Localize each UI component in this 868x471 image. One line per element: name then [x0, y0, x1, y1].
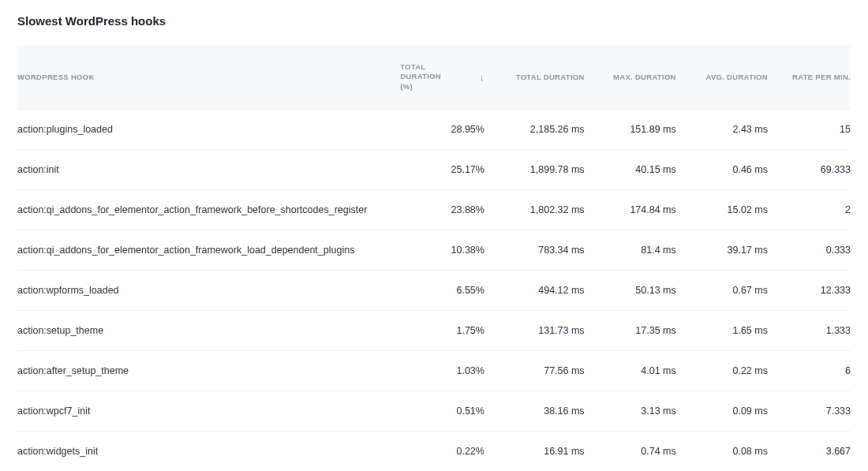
cell-max-duration: 81.4 ms	[593, 230, 684, 271]
cell-total-pct: 23.88%	[392, 190, 492, 230]
table-row[interactable]: action:init25.17%1,899.78 ms40.15 ms0.46…	[17, 150, 851, 190]
cell-max-duration: 3.13 ms	[593, 391, 684, 432]
cell-max-duration: 174.84 ms	[593, 190, 684, 230]
cell-total-pct: 0.51%	[392, 391, 492, 432]
cell-hook: action:wpforms_loaded	[17, 271, 392, 311]
col-header-hook[interactable]: WORDPRESS HOOK	[17, 45, 392, 110]
cell-total-duration: 1,899.78 ms	[492, 150, 593, 190]
cell-rate-per-min: 2	[776, 190, 851, 230]
cell-total-duration: 783.34 ms	[492, 230, 593, 271]
cell-hook: action:setup_theme	[17, 311, 392, 351]
cell-hook: action:plugins_loaded	[17, 110, 392, 150]
cell-rate-per-min: 69.333	[776, 150, 851, 190]
cell-total-pct: 6.55%	[392, 271, 492, 311]
cell-rate-per-min: 3.667	[776, 432, 851, 471]
table-row[interactable]: action:after_setup_theme1.03%77.56 ms4.0…	[17, 351, 851, 391]
cell-max-duration: 0.74 ms	[593, 432, 684, 471]
cell-rate-per-min: 12.333	[776, 271, 851, 311]
cell-max-duration: 151.89 ms	[593, 110, 684, 150]
cell-total-pct: 1.75%	[392, 311, 492, 351]
table-row[interactable]: action:qi_addons_for_elementor_action_fr…	[17, 190, 851, 230]
table-row[interactable]: action:widgets_init0.22%16.91 ms0.74 ms0…	[17, 432, 851, 471]
cell-max-duration: 40.15 ms	[593, 150, 684, 190]
table-row[interactable]: action:setup_theme1.75%131.73 ms17.35 ms…	[17, 311, 851, 351]
cell-hook: action:widgets_init	[17, 432, 392, 471]
cell-avg-duration: 1.65 ms	[684, 311, 776, 351]
cell-avg-duration: 0.09 ms	[684, 391, 776, 432]
cell-hook: action:qi_addons_for_elementor_action_fr…	[17, 230, 392, 271]
col-header-avg-duration[interactable]: AVG. DURATION	[684, 45, 776, 110]
cell-total-duration: 131.73 ms	[492, 311, 593, 351]
cell-total-duration: 77.56 ms	[492, 351, 593, 391]
table-row[interactable]: action:qi_addons_for_elementor_action_fr…	[17, 230, 851, 271]
cell-max-duration: 50.13 ms	[593, 271, 684, 311]
cell-total-pct: 10.38%	[392, 230, 492, 271]
col-header-total-duration[interactable]: TOTAL DURATION	[492, 45, 593, 110]
col-header-total-pct-line2: (%)	[400, 82, 464, 92]
table-row[interactable]: action:plugins_loaded28.95%2,185.26 ms15…	[17, 110, 851, 150]
cell-total-pct: 0.22%	[392, 432, 492, 471]
cell-avg-duration: 0.22 ms	[684, 351, 776, 391]
cell-avg-duration: 15.02 ms	[684, 190, 776, 230]
cell-rate-per-min: 15	[776, 110, 851, 150]
cell-hook: action:qi_addons_for_elementor_action_fr…	[17, 190, 392, 230]
cell-total-pct: 28.95%	[392, 110, 492, 150]
cell-max-duration: 17.35 ms	[593, 311, 684, 351]
cell-hook: action:wpcf7_init	[17, 391, 392, 432]
hooks-table: WORDPRESS HOOK TOTAL DURATION (%) ↓ TOTA…	[17, 45, 851, 471]
col-header-total-pct-line1: TOTAL DURATION	[400, 62, 464, 82]
sort-down-icon: ↓	[480, 73, 485, 82]
cell-hook: action:init	[17, 150, 392, 190]
cell-total-duration: 38.16 ms	[492, 391, 593, 432]
table-row[interactable]: action:wpcf7_init0.51%38.16 ms3.13 ms0.0…	[17, 391, 851, 432]
cell-total-duration: 1,802.32 ms	[492, 190, 593, 230]
cell-total-pct: 1.03%	[392, 351, 492, 391]
cell-avg-duration: 0.67 ms	[684, 271, 776, 311]
cell-max-duration: 4.01 ms	[593, 351, 684, 391]
col-header-max-duration[interactable]: MAX. DURATION	[593, 45, 684, 110]
col-header-total-pct[interactable]: TOTAL DURATION (%) ↓	[392, 45, 492, 110]
cell-rate-per-min: 6	[776, 351, 851, 391]
col-header-rate-per-min[interactable]: RATE PER MIN.	[776, 45, 851, 110]
cell-total-pct: 25.17%	[392, 150, 492, 190]
table-row[interactable]: action:wpforms_loaded6.55%494.12 ms50.13…	[17, 271, 851, 311]
cell-hook: action:after_setup_theme	[17, 351, 392, 391]
cell-total-duration: 2,185.26 ms	[492, 110, 593, 150]
cell-total-duration: 16.91 ms	[492, 432, 593, 471]
cell-rate-per-min: 0.333	[776, 230, 851, 271]
cell-avg-duration: 0.46 ms	[684, 150, 776, 190]
cell-rate-per-min: 1.333	[776, 311, 851, 351]
cell-rate-per-min: 7.333	[776, 391, 851, 432]
panel-title: Slowest WordPress hooks	[17, 14, 851, 28]
cell-avg-duration: 2.43 ms	[684, 110, 776, 150]
cell-total-duration: 494.12 ms	[492, 271, 593, 311]
cell-avg-duration: 39.17 ms	[684, 230, 776, 271]
cell-avg-duration: 0.08 ms	[684, 432, 776, 471]
